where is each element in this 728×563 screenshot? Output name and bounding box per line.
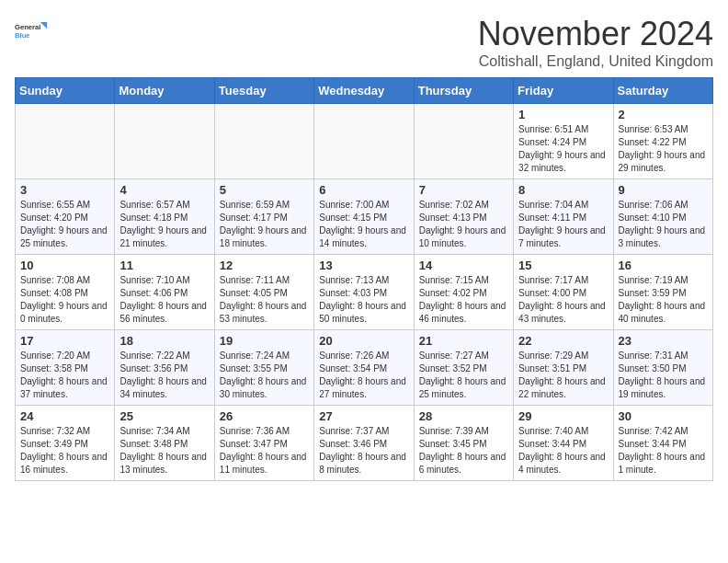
calendar-week-row: 1Sunrise: 6:51 AMSunset: 4:24 PMDaylight… — [16, 104, 713, 179]
table-row: 30Sunrise: 7:42 AMSunset: 3:44 PMDayligh… — [613, 406, 712, 481]
table-row — [214, 104, 313, 179]
table-row: 6Sunrise: 7:00 AMSunset: 4:15 PMDaylight… — [314, 179, 414, 255]
day-info: Sunrise: 7:19 AMSunset: 3:59 PMDaylight:… — [619, 274, 708, 326]
day-number: 14 — [419, 259, 508, 272]
day-info: Sunrise: 7:29 AMSunset: 3:51 PMDaylight:… — [518, 350, 608, 401]
day-number: 30 — [619, 409, 708, 423]
col-tuesday: Tuesday — [214, 78, 313, 104]
table-row: 9Sunrise: 7:06 AMSunset: 4:10 PMDaylight… — [613, 179, 712, 255]
table-row: 5Sunrise: 6:59 AMSunset: 4:17 PMDaylight… — [214, 179, 313, 255]
table-row — [414, 104, 513, 179]
table-row: 2Sunrise: 6:53 AMSunset: 4:22 PMDaylight… — [613, 104, 712, 179]
col-monday: Monday — [115, 78, 214, 104]
day-info: Sunrise: 7:15 AMSunset: 4:02 PMDaylight:… — [419, 274, 508, 326]
location-title: Coltishall, England, United Kingdom — [478, 53, 713, 70]
table-row: 19Sunrise: 7:24 AMSunset: 3:55 PMDayligh… — [214, 330, 313, 406]
day-info: Sunrise: 7:17 AMSunset: 4:00 PMDaylight:… — [518, 274, 608, 326]
table-row: 16Sunrise: 7:19 AMSunset: 3:59 PMDayligh… — [613, 255, 712, 330]
day-info: Sunrise: 7:40 AMSunset: 3:44 PMDaylight:… — [518, 425, 608, 477]
title-area: November 2024 Coltishall, England, Unite… — [478, 15, 713, 70]
day-number: 6 — [319, 183, 408, 197]
day-info: Sunrise: 7:39 AMSunset: 3:45 PMDaylight:… — [419, 425, 508, 477]
col-friday: Friday — [514, 78, 613, 104]
table-row: 20Sunrise: 7:26 AMSunset: 3:54 PMDayligh… — [314, 330, 414, 406]
table-row — [16, 104, 115, 179]
col-thursday: Thursday — [414, 78, 513, 104]
day-info: Sunrise: 7:06 AMSunset: 4:10 PMDaylight:… — [619, 199, 708, 250]
table-row: 23Sunrise: 7:31 AMSunset: 3:50 PMDayligh… — [613, 330, 712, 406]
day-info: Sunrise: 7:22 AMSunset: 3:56 PMDaylight:… — [119, 350, 209, 401]
day-number: 10 — [20, 259, 109, 272]
day-number: 17 — [20, 334, 109, 348]
day-info: Sunrise: 6:59 AMSunset: 4:17 PMDaylight:… — [220, 199, 309, 250]
day-info: Sunrise: 7:42 AMSunset: 3:44 PMDaylight:… — [619, 425, 708, 477]
day-number: 16 — [619, 259, 708, 272]
day-info: Sunrise: 7:27 AMSunset: 3:52 PMDaylight:… — [419, 350, 508, 401]
table-row: 10Sunrise: 7:08 AMSunset: 4:08 PMDayligh… — [16, 255, 115, 330]
table-row: 17Sunrise: 7:20 AMSunset: 3:58 PMDayligh… — [16, 330, 115, 406]
table-row: 13Sunrise: 7:13 AMSunset: 4:03 PMDayligh… — [314, 255, 414, 330]
day-number: 8 — [518, 183, 608, 197]
day-number: 27 — [319, 409, 408, 423]
day-info: Sunrise: 7:32 AMSunset: 3:49 PMDaylight:… — [20, 425, 109, 477]
day-info: Sunrise: 7:26 AMSunset: 3:54 PMDaylight:… — [319, 350, 408, 401]
day-number: 5 — [220, 183, 309, 197]
calendar-week-row: 10Sunrise: 7:08 AMSunset: 4:08 PMDayligh… — [16, 255, 713, 330]
month-title: November 2024 — [478, 15, 713, 53]
table-row: 26Sunrise: 7:36 AMSunset: 3:47 PMDayligh… — [214, 406, 313, 481]
calendar-week-row: 17Sunrise: 7:20 AMSunset: 3:58 PMDayligh… — [16, 330, 713, 406]
table-row: 7Sunrise: 7:02 AMSunset: 4:13 PMDaylight… — [414, 179, 513, 255]
day-info: Sunrise: 7:24 AMSunset: 3:55 PMDaylight:… — [220, 350, 309, 401]
calendar-week-row: 3Sunrise: 6:55 AMSunset: 4:20 PMDaylight… — [16, 179, 713, 255]
col-wednesday: Wednesday — [314, 78, 414, 104]
table-row: 12Sunrise: 7:11 AMSunset: 4:05 PMDayligh… — [214, 255, 313, 330]
day-info: Sunrise: 6:57 AMSunset: 4:18 PMDaylight:… — [119, 199, 209, 250]
logo-icon: GeneralBlue — [15, 15, 48, 48]
day-number: 23 — [619, 334, 708, 348]
day-info: Sunrise: 7:10 AMSunset: 4:06 PMDaylight:… — [119, 274, 209, 326]
day-info: Sunrise: 7:02 AMSunset: 4:13 PMDaylight:… — [419, 199, 508, 250]
table-row: 11Sunrise: 7:10 AMSunset: 4:06 PMDayligh… — [115, 255, 214, 330]
day-info: Sunrise: 6:55 AMSunset: 4:20 PMDaylight:… — [20, 199, 109, 250]
day-info: Sunrise: 7:11 AMSunset: 4:05 PMDaylight:… — [220, 274, 309, 326]
table-row: 29Sunrise: 7:40 AMSunset: 3:44 PMDayligh… — [514, 406, 613, 481]
day-info: Sunrise: 7:04 AMSunset: 4:11 PMDaylight:… — [518, 199, 608, 250]
table-row: 24Sunrise: 7:32 AMSunset: 3:49 PMDayligh… — [16, 406, 115, 481]
day-number: 21 — [419, 334, 508, 348]
day-info: Sunrise: 7:00 AMSunset: 4:15 PMDaylight:… — [319, 199, 408, 250]
table-row: 27Sunrise: 7:37 AMSunset: 3:46 PMDayligh… — [314, 406, 414, 481]
day-number: 29 — [518, 409, 608, 423]
day-info: Sunrise: 7:37 AMSunset: 3:46 PMDaylight:… — [319, 425, 408, 477]
col-sunday: Sunday — [16, 78, 115, 104]
day-number: 25 — [119, 409, 209, 423]
table-row: 14Sunrise: 7:15 AMSunset: 4:02 PMDayligh… — [414, 255, 513, 330]
day-info: Sunrise: 7:13 AMSunset: 4:03 PMDaylight:… — [319, 274, 408, 326]
table-row: 22Sunrise: 7:29 AMSunset: 3:51 PMDayligh… — [514, 330, 613, 406]
day-info: Sunrise: 6:53 AMSunset: 4:22 PMDaylight:… — [619, 123, 708, 175]
logo: GeneralBlue — [15, 15, 48, 48]
day-info: Sunrise: 7:31 AMSunset: 3:50 PMDaylight:… — [619, 350, 708, 401]
day-number: 7 — [419, 183, 508, 197]
table-row: 21Sunrise: 7:27 AMSunset: 3:52 PMDayligh… — [414, 330, 513, 406]
day-info: Sunrise: 7:20 AMSunset: 3:58 PMDaylight:… — [20, 350, 109, 401]
calendar-week-row: 24Sunrise: 7:32 AMSunset: 3:49 PMDayligh… — [16, 406, 713, 481]
day-info: Sunrise: 7:34 AMSunset: 3:48 PMDaylight:… — [119, 425, 209, 477]
svg-text:Blue: Blue — [15, 31, 30, 40]
day-info: Sunrise: 7:36 AMSunset: 3:47 PMDaylight:… — [220, 425, 309, 477]
svg-marker-1 — [40, 22, 47, 29]
day-number: 12 — [220, 259, 309, 272]
table-row: 1Sunrise: 6:51 AMSunset: 4:24 PMDaylight… — [514, 104, 613, 179]
col-saturday: Saturday — [613, 78, 712, 104]
table-row: 3Sunrise: 6:55 AMSunset: 4:20 PMDaylight… — [16, 179, 115, 255]
table-row: 4Sunrise: 6:57 AMSunset: 4:18 PMDaylight… — [115, 179, 214, 255]
table-row — [314, 104, 414, 179]
day-number: 20 — [319, 334, 408, 348]
day-number: 13 — [319, 259, 408, 272]
day-number: 18 — [119, 334, 209, 348]
header: GeneralBlue November 2024 Coltishall, En… — [15, 15, 713, 70]
svg-text:General: General — [15, 23, 40, 31]
day-number: 24 — [20, 409, 109, 423]
table-row: 18Sunrise: 7:22 AMSunset: 3:56 PMDayligh… — [115, 330, 214, 406]
table-row: 28Sunrise: 7:39 AMSunset: 3:45 PMDayligh… — [414, 406, 513, 481]
day-number: 22 — [518, 334, 608, 348]
